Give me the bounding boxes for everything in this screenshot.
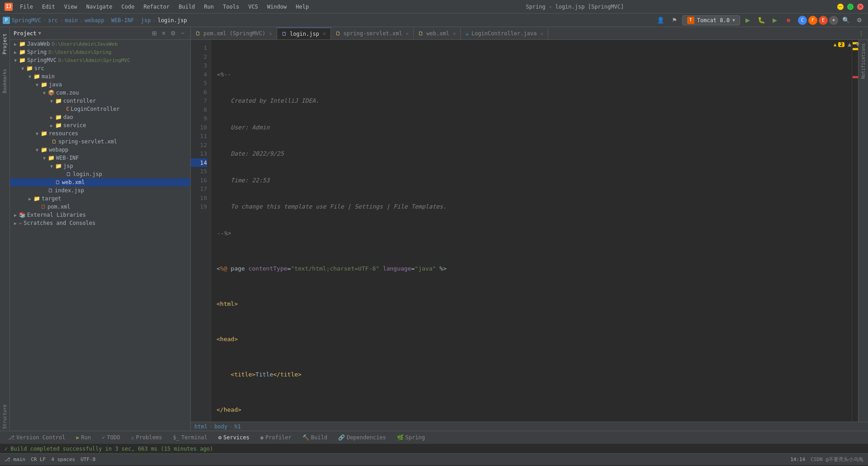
- panel-collapse-btn[interactable]: ≡: [160, 29, 168, 38]
- tree-item-service[interactable]: ▶ 📁 service: [10, 121, 190, 129]
- tree-item-comzou[interactable]: ▼ 📦 com.zou: [10, 89, 190, 97]
- tomcat-run-button[interactable]: T Tomcat 8.0 ▼: [682, 15, 740, 25]
- tree-item-dao[interactable]: ▶ 📁 dao: [10, 113, 190, 121]
- breadcrumb-h1[interactable]: h1: [234, 423, 241, 430]
- tree-item-webapp[interactable]: ▼ 📁 webapp: [10, 146, 190, 154]
- left-tab-project[interactable]: Project: [1, 31, 9, 57]
- left-tab-bookmarks[interactable]: Bookmarks: [1, 67, 8, 95]
- bottom-tab-profiler[interactable]: ◉ Profiler: [256, 433, 296, 442]
- indent-info[interactable]: 4 spaces: [51, 456, 75, 462]
- tree-item-springroot[interactable]: ▶ 📁 Spring D:\Users\Admin\Spring: [10, 48, 190, 56]
- bottom-tab-terminal[interactable]: $_ Terminal: [168, 433, 212, 442]
- encoding-info[interactable]: CR LF: [31, 456, 46, 462]
- run-btn[interactable]: ▶: [769, 15, 781, 25]
- tree-item-webxml[interactable]: ▶ 🗋 web.xml: [10, 178, 190, 186]
- close-button[interactable]: ✕: [857, 4, 863, 10]
- charset-info[interactable]: UTF-8: [80, 456, 95, 462]
- tab-overflow-btn[interactable]: ⋮: [854, 28, 868, 39]
- other-browser-btn[interactable]: +: [829, 16, 838, 25]
- tab-close-loginjsp[interactable]: ✕: [323, 31, 326, 37]
- menu-edit[interactable]: Edit: [38, 3, 59, 11]
- warning-next-btn[interactable]: ▼: [854, 41, 861, 48]
- menu-refactor[interactable]: Refactor: [140, 3, 173, 11]
- tree-item-target[interactable]: ▶ 📁 target: [10, 195, 190, 203]
- tab-close-springservlet[interactable]: ✕: [406, 31, 409, 37]
- debug-btn[interactable]: 🐛: [755, 15, 767, 25]
- warning-prev-btn[interactable]: ▲: [846, 41, 853, 48]
- bottom-tab-services[interactable]: ⚙ Services: [214, 433, 254, 442]
- bottom-tab-run[interactable]: ▶ Run: [71, 433, 95, 442]
- breadcrumb-webapp[interactable]: webapp: [85, 17, 104, 24]
- toolbar-profile-btn[interactable]: 👤: [655, 15, 667, 25]
- tree-item-loginjsp[interactable]: ▶ 🗋 login.jsp: [10, 170, 190, 178]
- tree-item-controller[interactable]: ▼ 📁 controller: [10, 97, 190, 105]
- code-content[interactable]: <%-- Created by IntelliJ IDEA. User: Adm…: [211, 40, 852, 422]
- tree-item-webinf[interactable]: ▼ 📁 WEB-INF: [10, 154, 190, 162]
- tab-webxml[interactable]: 🗋 web.xml ✕: [414, 28, 461, 39]
- breadcrumb-jsp[interactable]: jsp: [141, 17, 151, 24]
- tree-item-springservlet[interactable]: ▶ 🗋 spring-servlet.xml: [10, 138, 190, 146]
- chrome-browser-btn[interactable]: C: [798, 16, 807, 25]
- panel-actions[interactable]: ⊞ ≡ ⚙ −: [150, 29, 187, 38]
- menu-bar[interactable]: File Edit View Navigate Code Refactor Bu…: [16, 3, 312, 11]
- toolbar-nav-btn[interactable]: ⚑: [669, 15, 680, 25]
- settings-btn[interactable]: ⚙: [854, 15, 865, 25]
- tree-item-indexjsp[interactable]: ▶ 🗋 index.jsp: [10, 186, 190, 195]
- tab-close-pomxml[interactable]: ✕: [269, 31, 272, 37]
- right-scrollbar[interactable]: [852, 40, 858, 422]
- tree-item-springmvc[interactable]: ▼ 📁 SpringMVC D:\Users\Admin\SpringMVC: [10, 56, 190, 64]
- bottom-tab-build[interactable]: 🔨 Build: [298, 433, 332, 442]
- right-tab-notifications[interactable]: Notifications: [860, 42, 867, 81]
- maximize-button[interactable]: □: [847, 4, 854, 10]
- bottom-tab-versioncontrol[interactable]: ⎇ Version Control: [4, 433, 70, 442]
- menu-code[interactable]: Code: [118, 3, 138, 11]
- tab-close-logincontroller[interactable]: ✕: [540, 31, 543, 37]
- tree-item-resources[interactable]: ▼ 📁 resources: [10, 129, 190, 138]
- menu-navigate[interactable]: Navigate: [83, 3, 116, 11]
- menu-file[interactable]: File: [16, 3, 37, 11]
- menu-view[interactable]: View: [61, 3, 81, 11]
- cursor-position[interactable]: 14:14: [790, 456, 805, 462]
- menu-window[interactable]: Window: [264, 3, 290, 11]
- bottom-tab-dependencies[interactable]: 🔗 Dependencies: [334, 433, 391, 442]
- panel-expand-btn[interactable]: ⊞: [150, 29, 158, 38]
- tree-item-javawebroot[interactable]: ▶ 📁 JavaWeb D:\Users\Admin\JavaWeb: [10, 40, 190, 48]
- tree-item-src[interactable]: ▼ 📁 src: [10, 64, 190, 72]
- menu-build[interactable]: Build: [175, 3, 198, 11]
- panel-settings-btn[interactable]: ⚙: [169, 29, 177, 38]
- tab-close-webxml[interactable]: ✕: [453, 31, 456, 37]
- left-tab-structure[interactable]: Structure: [1, 403, 8, 431]
- breadcrumb-webinf[interactable]: WEB-INF: [111, 17, 134, 24]
- breadcrumb-main[interactable]: main: [65, 17, 78, 24]
- bottom-tab-spring[interactable]: 🌿 Spring: [392, 433, 429, 442]
- tab-pomxml[interactable]: 🗋 pom.xml (SpringMVC) ✕: [191, 28, 277, 39]
- panel-hide-btn[interactable]: −: [179, 29, 187, 38]
- breadcrumb-html[interactable]: html: [194, 423, 208, 430]
- tab-springservlet[interactable]: 🗋 spring-servlet.xml ✕: [331, 28, 414, 39]
- edge-browser-btn[interactable]: E: [819, 16, 828, 25]
- breadcrumb-src[interactable]: src: [48, 17, 58, 24]
- git-branch[interactable]: ⎇ main: [5, 456, 25, 462]
- bottom-tab-todo[interactable]: ✓ TODO: [97, 433, 124, 442]
- tree-item-pomxml[interactable]: ▶ 🗋 pom.xml: [10, 203, 190, 211]
- menu-run[interactable]: Run: [200, 3, 217, 11]
- breadcrumb-body[interactable]: body: [214, 423, 227, 430]
- stop-btn[interactable]: ■: [783, 15, 794, 25]
- tree-item-logincontroller[interactable]: ▶ C LoginController: [10, 105, 190, 113]
- tree-item-extlibs[interactable]: ▶ 📚 External Libraries: [10, 211, 190, 219]
- firefox-browser-btn[interactable]: F: [808, 16, 817, 25]
- minimize-button[interactable]: ─: [837, 4, 844, 10]
- bottom-tab-problems[interactable]: ⚠ Problems: [126, 433, 166, 442]
- breadcrumb-springmvc[interactable]: SpringMVC: [12, 17, 41, 24]
- search-everywhere-btn[interactable]: 🔍: [840, 15, 852, 25]
- tab-loginjsp[interactable]: 🗋 login.jsp ✕: [277, 28, 331, 39]
- menu-help[interactable]: Help: [292, 3, 312, 11]
- tree-item-jspdir[interactable]: ▼ 📁 jsp: [10, 162, 190, 170]
- menu-tools[interactable]: Tools: [219, 3, 243, 11]
- tree-item-main[interactable]: ▼ 📁 main: [10, 72, 190, 81]
- build-btn[interactable]: ▶: [742, 15, 754, 25]
- menu-vcs[interactable]: VCS: [245, 3, 262, 11]
- tree-item-java[interactable]: ▼ 📁 java: [10, 81, 190, 89]
- tab-logincontroller[interactable]: ☕ LoginController.java ✕: [461, 28, 548, 39]
- window-controls[interactable]: ─ □ ✕: [837, 4, 863, 10]
